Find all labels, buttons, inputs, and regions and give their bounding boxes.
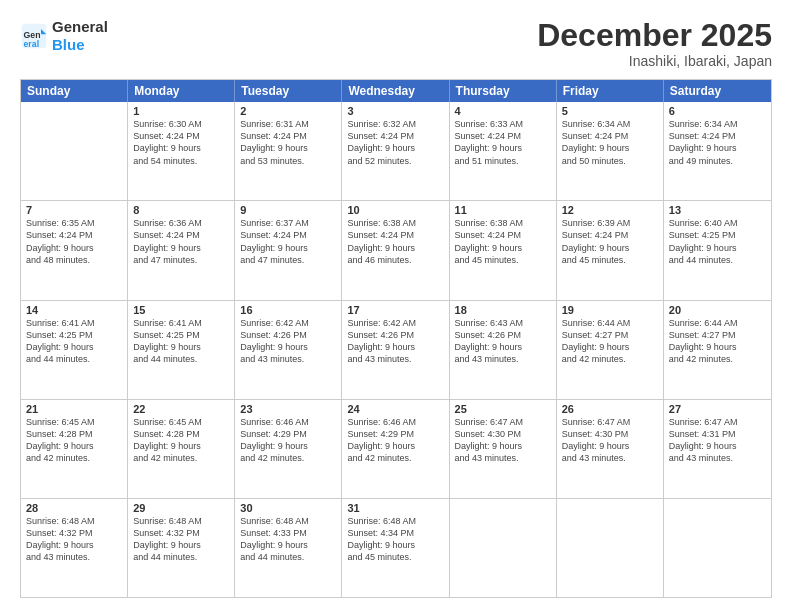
calendar-cell: 30Sunrise: 6:48 AM Sunset: 4:33 PM Dayli… [235, 499, 342, 597]
cell-date: 29 [133, 502, 229, 514]
cell-info: Sunrise: 6:47 AM Sunset: 4:30 PM Dayligh… [455, 416, 551, 465]
logo-text: General Blue [52, 18, 108, 54]
cell-info: Sunrise: 6:45 AM Sunset: 4:28 PM Dayligh… [26, 416, 122, 465]
cell-date: 3 [347, 105, 443, 117]
cell-info: Sunrise: 6:44 AM Sunset: 4:27 PM Dayligh… [562, 317, 658, 366]
calendar-row: 14Sunrise: 6:41 AM Sunset: 4:25 PM Dayli… [21, 301, 771, 400]
calendar-cell: 19Sunrise: 6:44 AM Sunset: 4:27 PM Dayli… [557, 301, 664, 399]
cell-date: 18 [455, 304, 551, 316]
cell-date: 13 [669, 204, 766, 216]
cell-info: Sunrise: 6:33 AM Sunset: 4:24 PM Dayligh… [455, 118, 551, 167]
cell-date: 1 [133, 105, 229, 117]
calendar-row: 28Sunrise: 6:48 AM Sunset: 4:32 PM Dayli… [21, 499, 771, 597]
cell-date: 4 [455, 105, 551, 117]
cell-info: Sunrise: 6:46 AM Sunset: 4:29 PM Dayligh… [347, 416, 443, 465]
svg-text:eral: eral [24, 39, 40, 49]
calendar-cell: 14Sunrise: 6:41 AM Sunset: 4:25 PM Dayli… [21, 301, 128, 399]
cell-date: 12 [562, 204, 658, 216]
calendar-cell: 13Sunrise: 6:40 AM Sunset: 4:25 PM Dayli… [664, 201, 771, 299]
cell-date: 6 [669, 105, 766, 117]
calendar-cell: 8Sunrise: 6:36 AM Sunset: 4:24 PM Daylig… [128, 201, 235, 299]
calendar-cell: 2Sunrise: 6:31 AM Sunset: 4:24 PM Daylig… [235, 102, 342, 200]
calendar-cell: 5Sunrise: 6:34 AM Sunset: 4:24 PM Daylig… [557, 102, 664, 200]
cell-info: Sunrise: 6:30 AM Sunset: 4:24 PM Dayligh… [133, 118, 229, 167]
header: Gen eral General Blue December 2025 Inas… [20, 18, 772, 69]
cell-date: 2 [240, 105, 336, 117]
cell-info: Sunrise: 6:31 AM Sunset: 4:24 PM Dayligh… [240, 118, 336, 167]
calendar-cell [450, 499, 557, 597]
calendar-cell: 31Sunrise: 6:48 AM Sunset: 4:34 PM Dayli… [342, 499, 449, 597]
cell-info: Sunrise: 6:48 AM Sunset: 4:34 PM Dayligh… [347, 515, 443, 564]
day-header-saturday: Saturday [664, 80, 771, 102]
cell-info: Sunrise: 6:47 AM Sunset: 4:30 PM Dayligh… [562, 416, 658, 465]
day-header-wednesday: Wednesday [342, 80, 449, 102]
cell-info: Sunrise: 6:38 AM Sunset: 4:24 PM Dayligh… [347, 217, 443, 266]
calendar-cell: 16Sunrise: 6:42 AM Sunset: 4:26 PM Dayli… [235, 301, 342, 399]
cell-info: Sunrise: 6:43 AM Sunset: 4:26 PM Dayligh… [455, 317, 551, 366]
cell-date: 7 [26, 204, 122, 216]
calendar-cell: 26Sunrise: 6:47 AM Sunset: 4:30 PM Dayli… [557, 400, 664, 498]
day-header-monday: Monday [128, 80, 235, 102]
month-title: December 2025 [537, 18, 772, 53]
cell-date: 24 [347, 403, 443, 415]
cell-date: 16 [240, 304, 336, 316]
calendar-cell: 18Sunrise: 6:43 AM Sunset: 4:26 PM Dayli… [450, 301, 557, 399]
cell-date: 19 [562, 304, 658, 316]
calendar-body: 1Sunrise: 6:30 AM Sunset: 4:24 PM Daylig… [21, 102, 771, 597]
cell-info: Sunrise: 6:45 AM Sunset: 4:28 PM Dayligh… [133, 416, 229, 465]
calendar-cell [557, 499, 664, 597]
cell-info: Sunrise: 6:42 AM Sunset: 4:26 PM Dayligh… [347, 317, 443, 366]
calendar-row: 21Sunrise: 6:45 AM Sunset: 4:28 PM Dayli… [21, 400, 771, 499]
calendar-cell: 15Sunrise: 6:41 AM Sunset: 4:25 PM Dayli… [128, 301, 235, 399]
calendar-cell: 20Sunrise: 6:44 AM Sunset: 4:27 PM Dayli… [664, 301, 771, 399]
cell-date: 9 [240, 204, 336, 216]
cell-info: Sunrise: 6:34 AM Sunset: 4:24 PM Dayligh… [562, 118, 658, 167]
calendar-cell: 28Sunrise: 6:48 AM Sunset: 4:32 PM Dayli… [21, 499, 128, 597]
cell-date: 10 [347, 204, 443, 216]
day-header-sunday: Sunday [21, 80, 128, 102]
day-header-friday: Friday [557, 80, 664, 102]
calendar-cell: 7Sunrise: 6:35 AM Sunset: 4:24 PM Daylig… [21, 201, 128, 299]
calendar-cell: 4Sunrise: 6:33 AM Sunset: 4:24 PM Daylig… [450, 102, 557, 200]
cell-info: Sunrise: 6:42 AM Sunset: 4:26 PM Dayligh… [240, 317, 336, 366]
page: Gen eral General Blue December 2025 Inas… [0, 0, 792, 612]
cell-date: 11 [455, 204, 551, 216]
cell-info: Sunrise: 6:40 AM Sunset: 4:25 PM Dayligh… [669, 217, 766, 266]
cell-date: 26 [562, 403, 658, 415]
calendar-cell: 24Sunrise: 6:46 AM Sunset: 4:29 PM Dayli… [342, 400, 449, 498]
cell-info: Sunrise: 6:32 AM Sunset: 4:24 PM Dayligh… [347, 118, 443, 167]
calendar-cell: 9Sunrise: 6:37 AM Sunset: 4:24 PM Daylig… [235, 201, 342, 299]
day-headers: SundayMondayTuesdayWednesdayThursdayFrid… [21, 80, 771, 102]
cell-date: 27 [669, 403, 766, 415]
cell-info: Sunrise: 6:36 AM Sunset: 4:24 PM Dayligh… [133, 217, 229, 266]
cell-date: 20 [669, 304, 766, 316]
calendar-cell: 11Sunrise: 6:38 AM Sunset: 4:24 PM Dayli… [450, 201, 557, 299]
calendar-cell: 21Sunrise: 6:45 AM Sunset: 4:28 PM Dayli… [21, 400, 128, 498]
calendar-cell [21, 102, 128, 200]
logo-icon: Gen eral [20, 22, 48, 50]
cell-date: 23 [240, 403, 336, 415]
cell-info: Sunrise: 6:41 AM Sunset: 4:25 PM Dayligh… [26, 317, 122, 366]
calendar-cell: 6Sunrise: 6:34 AM Sunset: 4:24 PM Daylig… [664, 102, 771, 200]
cell-info: Sunrise: 6:38 AM Sunset: 4:24 PM Dayligh… [455, 217, 551, 266]
calendar-row: 1Sunrise: 6:30 AM Sunset: 4:24 PM Daylig… [21, 102, 771, 201]
calendar-cell: 3Sunrise: 6:32 AM Sunset: 4:24 PM Daylig… [342, 102, 449, 200]
calendar-cell: 29Sunrise: 6:48 AM Sunset: 4:32 PM Dayli… [128, 499, 235, 597]
calendar-cell [664, 499, 771, 597]
cell-info: Sunrise: 6:44 AM Sunset: 4:27 PM Dayligh… [669, 317, 766, 366]
calendar-cell: 27Sunrise: 6:47 AM Sunset: 4:31 PM Dayli… [664, 400, 771, 498]
cell-date: 28 [26, 502, 122, 514]
calendar-cell: 23Sunrise: 6:46 AM Sunset: 4:29 PM Dayli… [235, 400, 342, 498]
cell-date: 17 [347, 304, 443, 316]
calendar-cell: 25Sunrise: 6:47 AM Sunset: 4:30 PM Dayli… [450, 400, 557, 498]
title-area: December 2025 Inashiki, Ibaraki, Japan [537, 18, 772, 69]
cell-info: Sunrise: 6:37 AM Sunset: 4:24 PM Dayligh… [240, 217, 336, 266]
cell-info: Sunrise: 6:48 AM Sunset: 4:33 PM Dayligh… [240, 515, 336, 564]
calendar-cell: 17Sunrise: 6:42 AM Sunset: 4:26 PM Dayli… [342, 301, 449, 399]
calendar-cell: 12Sunrise: 6:39 AM Sunset: 4:24 PM Dayli… [557, 201, 664, 299]
cell-info: Sunrise: 6:35 AM Sunset: 4:24 PM Dayligh… [26, 217, 122, 266]
cell-info: Sunrise: 6:41 AM Sunset: 4:25 PM Dayligh… [133, 317, 229, 366]
day-header-tuesday: Tuesday [235, 80, 342, 102]
calendar-row: 7Sunrise: 6:35 AM Sunset: 4:24 PM Daylig… [21, 201, 771, 300]
cell-info: Sunrise: 6:48 AM Sunset: 4:32 PM Dayligh… [26, 515, 122, 564]
